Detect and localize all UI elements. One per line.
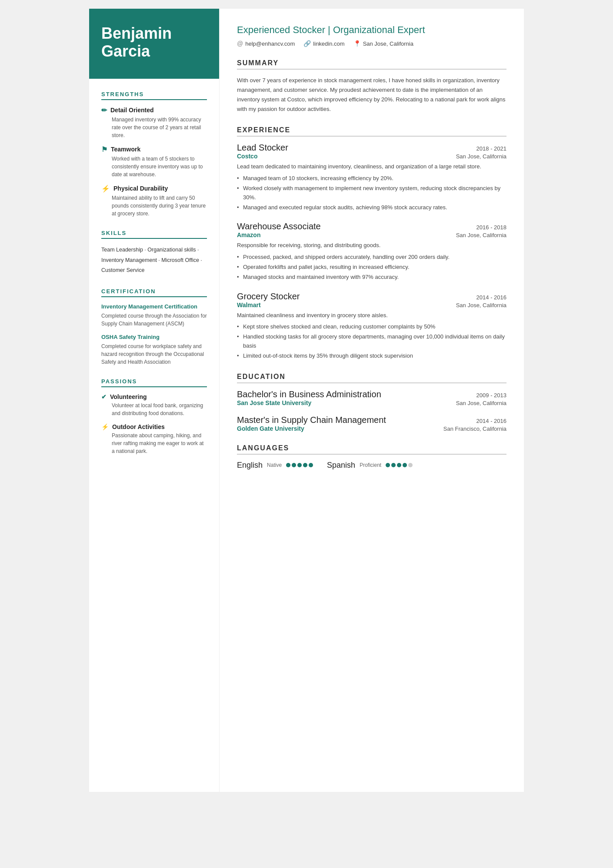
email-icon: @ [237, 40, 243, 47]
languages-section: LANGUAGES English Native Spanish Prof [237, 444, 506, 470]
experience-section-title: EXPERIENCE [237, 126, 506, 137]
bullet-3-1: Kept store shelves stocked and clean, re… [237, 322, 506, 332]
lang-level-1: Native [267, 462, 282, 468]
passion-label-2: Outdoor Activities [112, 423, 165, 430]
edu-degree-1: Bachelor's in Business Administration [237, 389, 381, 399]
edu-header-1: Bachelor's in Business Administration 20… [237, 389, 506, 399]
strengths-section: STRENGTHS ✏ Detail Oriented Managed inve… [101, 91, 207, 218]
dot-2-3 [397, 463, 401, 467]
edu-sub-2: Golden Gate University San Francisco, Ca… [237, 425, 506, 432]
sidebar: Benjamin Garcia STRENGTHS ✏ Detail Orien… [89, 9, 220, 792]
bullet-3-3: Limited out-of-stock items by 35% throug… [237, 352, 506, 361]
edu-location-2: San Francisco, California [443, 426, 506, 432]
summary-section: SUMMARY With over 7 years of experience … [237, 59, 506, 114]
main-content: Experienced Stocker | Organizational Exp… [220, 9, 524, 792]
exp-bullets-1: Managed team of 10 stockers, increasing … [237, 174, 506, 212]
exp-header-2: Warehouse Associate 2016 - 2018 [237, 221, 506, 231]
passions-title: PASSIONS [101, 378, 207, 387]
dot-1-1 [286, 463, 290, 467]
exp-location-1: San Jose, California [456, 153, 506, 160]
strength-label-2: Teamwork [111, 146, 140, 153]
edu-sub-1: San Jose State University San Jose, Cali… [237, 399, 506, 406]
exp-desc-3: Maintained cleanliness and inventory in … [237, 311, 506, 320]
exp-dates-1: 2018 - 2021 [476, 145, 506, 152]
bullet-1-3: Managed and executed regular stock audit… [237, 203, 506, 212]
contact-location: 📍 San Jose, California [353, 40, 413, 47]
edu-header-2: Master's in Supply Chain Management 2014… [237, 415, 506, 425]
linkedin-icon: 🔗 [303, 40, 311, 47]
exp-sub-1: Costco San Jose, California [237, 153, 506, 160]
passion-item-1: ✔ Volunteering Volunteer at local food b… [101, 393, 207, 417]
main-header: Experienced Stocker | Organizational Exp… [237, 24, 506, 47]
exp-company-1: Costco [237, 153, 257, 160]
strength-label-1: Detail Oriented [110, 107, 154, 114]
lang-item-2: Spanish Proficient [327, 461, 413, 470]
job-title: Experienced Stocker | Organizational Exp… [237, 24, 506, 36]
sidebar-header: Benjamin Garcia [89, 9, 219, 76]
cert-desc-2: Completed course for workplace safety an… [101, 342, 207, 366]
skills-text: Team Leadership · Organizational skills … [101, 245, 207, 276]
strength-item-3: ⚡ Physical Durability Maintained ability… [101, 184, 207, 218]
dot-1-4 [303, 463, 307, 467]
edu-item-1: Bachelor's in Business Administration 20… [237, 389, 506, 406]
exp-title-1: Lead Stocker [237, 143, 288, 153]
strength-desc-3: Maintained ability to lift and carry 50 … [112, 194, 207, 218]
languages-section-title: LANGUAGES [237, 444, 506, 455]
summary-text: With over 7 years of experience in stock… [237, 76, 506, 114]
exp-bullets-3: Kept store shelves stocked and clean, re… [237, 322, 506, 360]
exp-company-2: Amazon [237, 231, 260, 238]
sidebar-content: STRENGTHS ✏ Detail Oriented Managed inve… [89, 79, 219, 479]
exp-item-2: Warehouse Associate 2016 - 2018 Amazon S… [237, 221, 506, 282]
exp-location-2: San Jose, California [456, 232, 506, 238]
exp-item-1: Lead Stocker 2018 - 2021 Costco San Jose… [237, 143, 506, 212]
skills-title: SKILLS [101, 230, 207, 239]
exp-company-3: Walmart [237, 302, 261, 308]
passions-section: PASSIONS ✔ Volunteering Volunteer at loc… [101, 378, 207, 455]
physical-durability-icon: ⚡ [101, 184, 110, 193]
experience-section: EXPERIENCE Lead Stocker 2018 - 2021 Cost… [237, 126, 506, 360]
linkedin-text: linkedin.com [313, 40, 344, 47]
cert-item-1: Inventory Management Certification Compl… [101, 303, 207, 328]
exp-title-3: Grocery Stocker [237, 292, 300, 302]
strength-item-2: ⚑ Teamwork Worked with a team of 5 stock… [101, 145, 207, 178]
edu-school-2: Golden Gate University [237, 425, 304, 432]
strengths-title: STRENGTHS [101, 91, 207, 100]
bullet-1-1: Managed team of 10 stockers, increasing … [237, 174, 506, 183]
certification-title: CERTIFICATION [101, 288, 207, 297]
bullet-1-2: Worked closely with management to implem… [237, 184, 506, 202]
exp-sub-2: Amazon San Jose, California [237, 231, 506, 238]
exp-location-3: San Jose, California [456, 302, 506, 308]
exp-dates-3: 2014 - 2016 [476, 294, 506, 301]
skills-section: SKILLS Team Leadership · Organizational … [101, 230, 207, 276]
strength-desc-2: Worked with a team of 5 stockers to cons… [112, 155, 207, 178]
cert-item-2: OSHA Safety Training Completed course fo… [101, 334, 207, 366]
lang-dots-2 [386, 463, 413, 467]
dot-1-3 [297, 463, 302, 467]
cert-title-2: OSHA Safety Training [101, 334, 207, 341]
exp-desc-1: Lead team dedicated to maintaining inven… [237, 162, 506, 171]
name-line1: Benjamin [101, 24, 172, 42]
exp-item-3: Grocery Stocker 2014 - 2016 Walmart San … [237, 292, 506, 361]
bullet-2-1: Processed, packed, and shipped orders ac… [237, 253, 506, 262]
education-section: EDUCATION Bachelor's in Business Adminis… [237, 373, 506, 432]
exp-header-1: Lead Stocker 2018 - 2021 [237, 143, 506, 153]
dot-2-4 [403, 463, 407, 467]
dot-2-1 [386, 463, 390, 467]
volunteering-icon: ✔ [101, 393, 107, 400]
strength-title-2: ⚑ Teamwork [101, 145, 207, 154]
lang-dots-1 [286, 463, 313, 467]
exp-bullets-2: Processed, packed, and shipped orders ac… [237, 253, 506, 282]
edu-dates-2: 2014 - 2016 [476, 418, 506, 424]
contact-linkedin: 🔗 linkedin.com [303, 40, 344, 47]
strength-label-3: Physical Durability [113, 185, 168, 192]
strength-title-3: ⚡ Physical Durability [101, 184, 207, 193]
certification-section: CERTIFICATION Inventory Management Certi… [101, 288, 207, 366]
passion-item-2: ⚡ Outdoor Activities Passionate about ca… [101, 423, 207, 455]
teamwork-icon: ⚑ [101, 145, 107, 154]
location-text: San Jose, California [363, 40, 413, 47]
dot-1-5 [309, 463, 313, 467]
languages-row: English Native Spanish Proficient [237, 461, 506, 470]
exp-desc-2: Responsible for receiving, storing, and … [237, 241, 506, 250]
bullet-3-2: Handled stocking tasks for all grocery s… [237, 332, 506, 351]
detail-oriented-icon: ✏ [101, 106, 107, 114]
